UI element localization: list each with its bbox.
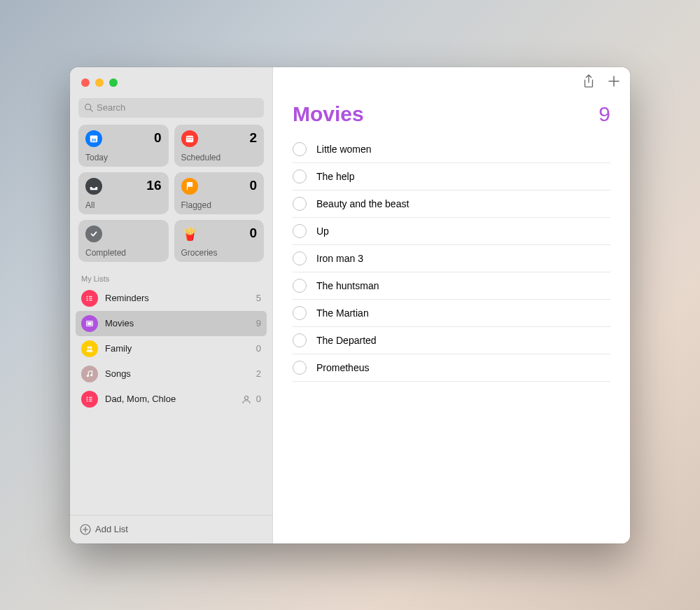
complete-checkbox[interactable] [293, 169, 307, 183]
complete-checkbox[interactable] [293, 361, 307, 375]
list-count: 0 [256, 394, 261, 404]
smart-list-groceries[interactable]: 🍟 0 Groceries [174, 220, 265, 262]
smart-list-today[interactable]: 20 0 Today [78, 125, 169, 167]
list-count: 2 [256, 368, 261, 379]
smart-list-flagged[interactable]: 0 Flagged [174, 172, 265, 214]
smart-lists: 20 0 Today 2 Scheduled [70, 125, 272, 262]
smart-list-completed[interactable]: Completed [78, 220, 169, 262]
svg-point-23 [87, 398, 88, 400]
sidebar-item-reminders[interactable]: Reminders5 [76, 286, 267, 311]
list-icon [81, 366, 98, 382]
svg-line-1 [90, 109, 92, 111]
groceries-icon: 🍟 [181, 226, 198, 242]
svg-point-7 [187, 139, 188, 139]
complete-checkbox[interactable] [293, 251, 307, 265]
reminder-title: The Departed [316, 335, 377, 346]
list-label: Family [105, 343, 256, 354]
list-label: Dad, Mom, Chloe [105, 394, 241, 404]
my-lists-header: My Lists [70, 262, 272, 286]
shared-icon [241, 394, 252, 405]
plus-icon [608, 75, 620, 88]
sidebar-item-movies[interactable]: Movies9 [76, 311, 267, 336]
list-count: 9 [256, 318, 261, 328]
add-list-button[interactable]: Add List [70, 515, 272, 543]
sidebar: 20 0 Today 2 Scheduled [70, 67, 273, 543]
reminder-title: The huntsman [316, 280, 379, 291]
list-total-count: 9 [598, 102, 610, 126]
complete-checkbox[interactable] [293, 306, 307, 320]
smart-list-label: Groceries [181, 248, 258, 258]
calendar-today-icon: 20 [85, 130, 102, 147]
reminder-row[interactable]: The huntsman [293, 272, 610, 300]
share-button[interactable] [582, 74, 595, 91]
list-count: 5 [256, 293, 261, 303]
reminder-title: The Martian [316, 307, 369, 319]
smart-list-label: Flagged [181, 200, 258, 210]
svg-point-10 [87, 296, 88, 297]
svg-point-19 [90, 346, 92, 349]
share-icon [582, 74, 595, 88]
list-icon [81, 315, 98, 332]
svg-point-28 [244, 396, 248, 399]
svg-point-8 [189, 139, 190, 139]
smart-list-label: Completed [85, 248, 162, 258]
reminder-title: The help [316, 171, 354, 182]
smart-list-label: Today [85, 153, 162, 162]
search-box[interactable] [78, 98, 264, 118]
smart-list-count: 0 [249, 178, 257, 193]
complete-checkbox[interactable] [293, 197, 307, 211]
search-input[interactable] [97, 102, 258, 113]
reminder-row[interactable]: Beauty and the beast [293, 190, 610, 218]
smart-list-all[interactable]: 16 All [78, 172, 169, 214]
reminder-title: Iron man 3 [316, 253, 363, 264]
list-title: Movies [293, 102, 364, 126]
my-lists: Reminders5Movies9Family0Songs2Dad, Mom, … [70, 286, 272, 412]
plus-circle-icon [80, 524, 91, 535]
smart-list-count: 0 [154, 130, 162, 146]
fullscreen-button[interactable] [109, 78, 118, 87]
app-window: 20 0 Today 2 Scheduled [70, 67, 630, 543]
smart-list-count: 16 [146, 178, 161, 193]
reminder-row[interactable]: The help [293, 163, 610, 190]
sidebar-item-songs[interactable]: Songs2 [76, 361, 267, 387]
minimize-button[interactable] [95, 78, 104, 87]
smart-list-scheduled[interactable]: 2 Scheduled [174, 125, 265, 167]
smart-list-count: 2 [249, 130, 257, 146]
complete-checkbox[interactable] [293, 142, 307, 156]
add-reminder-button[interactable] [608, 75, 620, 90]
complete-checkbox[interactable] [293, 279, 307, 293]
main-pane: Movies 9 Little womenThe helpBeauty and … [273, 67, 630, 543]
sidebar-item-shared1[interactable]: Dad, Mom, Chloe0 [76, 387, 267, 412]
svg-point-21 [90, 374, 92, 376]
reminder-row[interactable]: Iron man 3 [293, 245, 610, 272]
svg-point-18 [88, 346, 90, 349]
svg-text:20: 20 [92, 137, 97, 141]
reminder-title: Beauty and the beast [316, 198, 409, 209]
svg-point-20 [87, 375, 89, 377]
list-count: 0 [256, 343, 261, 354]
reminder-title: Prometheus [316, 362, 369, 373]
reminder-row[interactable]: The Martian [293, 300, 610, 327]
tray-icon [85, 178, 102, 195]
list-icon [81, 340, 98, 357]
reminder-row[interactable]: Prometheus [293, 354, 610, 382]
sidebar-item-family[interactable]: Family0 [76, 336, 267, 361]
main-header: Movies 9 [273, 98, 630, 136]
reminder-row[interactable]: The Departed [293, 327, 610, 354]
list-icon [81, 290, 98, 307]
svg-point-22 [87, 396, 88, 398]
svg-rect-17 [88, 321, 92, 324]
search-icon [84, 103, 93, 112]
list-icon [81, 391, 98, 408]
svg-point-12 [87, 299, 88, 300]
complete-checkbox[interactable] [293, 224, 307, 238]
add-list-label: Add List [95, 524, 128, 534]
toolbar [273, 67, 630, 98]
smart-list-label: All [85, 200, 162, 210]
close-button[interactable] [81, 78, 90, 87]
reminder-row[interactable]: Little women [293, 136, 610, 163]
checkmark-icon [85, 226, 102, 242]
complete-checkbox[interactable] [293, 333, 307, 347]
reminder-row[interactable]: Up [293, 218, 610, 245]
svg-point-9 [190, 139, 191, 139]
